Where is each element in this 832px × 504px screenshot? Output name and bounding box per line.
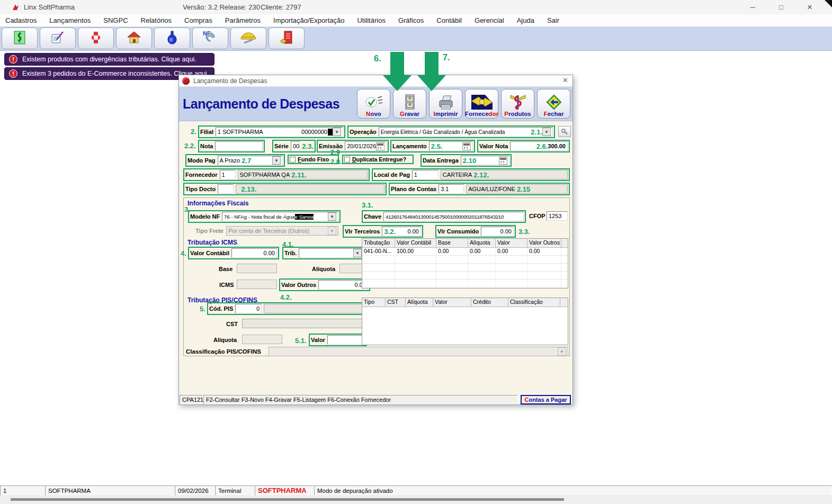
vlr-terceiros-field-group: Vlr Terceiros 3.2. 0.00 [343, 225, 423, 238]
phone-book-icon [279, 30, 294, 47]
valor-outros-input[interactable]: 0.00 [318, 280, 368, 290]
maximize-button[interactable]: □ [769, 0, 793, 14]
emissao-input[interactable]: 20/01/2026 [345, 141, 387, 151]
icms-table[interactable]: Tributação Valor Contábil Base Alíquota … [362, 238, 568, 289]
local-pag-code-input[interactable]: 1 [412, 170, 439, 179]
annotation-2-13: 2.13. [241, 185, 256, 193]
menu-gerencial[interactable]: Gerencial [475, 16, 504, 24]
contas-a-pagar-button[interactable]: Contas a Pagar [521, 395, 571, 404]
annotation-2-15: 2.15 [517, 185, 530, 193]
serie-input[interactable]: 001 [291, 141, 300, 151]
menu-cadastros[interactable]: Cadastros [5, 16, 37, 24]
menu-ajuda[interactable]: Ajuda [517, 16, 534, 24]
alert-tax-divergence[interactable]: ! Existem produtos com divergências trib… [4, 53, 214, 66]
menu-sair[interactable]: Sair [547, 16, 559, 24]
calendar-icon[interactable] [499, 157, 507, 165]
toolbar-pharmacy-button[interactable] [78, 28, 114, 49]
checkbox-icon[interactable] [344, 157, 350, 163]
toolbar-nfe-button[interactable]: NF [192, 28, 228, 49]
plano-contas-code-input[interactable]: 3.1 [439, 184, 464, 194]
valor-contabil-input[interactable]: 0.00 [231, 248, 277, 258]
menu-contabil[interactable]: Contábil [436, 16, 462, 24]
checkbox-icon[interactable] [290, 157, 296, 163]
chave-input[interactable]: 4126017648401300014575001000000201187654… [383, 212, 524, 221]
menu-compras[interactable]: Compras [184, 16, 212, 24]
vlr-consumido-label: Vlr Consumido [437, 228, 479, 235]
fornecedor-code-input[interactable]: 1 [220, 170, 236, 179]
icms-empty-row [362, 280, 568, 287]
fornecedor-code: 1 [222, 172, 225, 178]
menu-sngpc[interactable]: SNGPC [103, 16, 128, 24]
cod-pis-value: 0 [256, 305, 260, 312]
chevron-down-icon[interactable]: ▼ [353, 249, 362, 257]
menu-relatorios[interactable]: Relatórios [141, 16, 172, 24]
tutorial-arrow-7-icon [417, 52, 446, 91]
alert-icon: ! [9, 55, 17, 64]
nota-label: Nota [200, 143, 213, 149]
vlr-terceiros-label: Vlr Terceiros [345, 228, 380, 235]
dialog-header: Lançamento de Despesas Novo Gravar Impri… [179, 87, 572, 121]
chevron-down-icon[interactable]: ▼ [328, 212, 336, 221]
tipo-docto-code-input[interactable] [218, 184, 234, 194]
dialog-close-icon[interactable]: ✕ [562, 76, 568, 84]
window-titlebar: Linx SoftPharma Versão: 3.2 Release: 230… [0, 0, 832, 14]
toolbar-tools-button[interactable] [230, 28, 266, 49]
status-seg-debug: Modo de depuração ativado [314, 485, 832, 496]
menu-utilitarios[interactable]: Utilitários [357, 16, 385, 24]
dialog-button-bar: Novo Gravar Imprimir Fornecedor [357, 89, 570, 119]
valor-contabil-field-group: Valor Contábil 0.00 [188, 247, 279, 259]
imprimir-button[interactable]: Imprimir [429, 89, 462, 119]
screen-code: CPA121 [182, 397, 203, 403]
annotation-2-11: 2.11. [291, 171, 306, 179]
data-entrega-label: Data Entrega [423, 157, 459, 164]
order-pen-icon [50, 30, 65, 47]
chevron-down-icon[interactable]: ▼ [272, 156, 281, 165]
cod-pis-input[interactable]: 0 [235, 304, 262, 313]
text-caret [328, 129, 333, 136]
toolbar-contacts-button[interactable] [269, 28, 305, 49]
chevron-down-icon[interactable]: ▼ [333, 128, 341, 136]
base-input [237, 264, 277, 273]
valor-contabil-value: 0.00 [264, 250, 275, 256]
vlr-consumido-input[interactable]: 0.00 [481, 227, 514, 236]
toolbar-orders-button[interactable] [40, 28, 76, 49]
fornecedor-button[interactable]: Fornecedor [465, 89, 498, 119]
menu-lancamentos[interactable]: Lançamentos [49, 16, 91, 24]
minimize-button[interactable]: ─ [740, 0, 765, 14]
data-entrega-input[interactable]: 2.10 [461, 156, 509, 165]
toolbar-lab-button[interactable] [154, 28, 190, 49]
novo-button[interactable]: Novo [357, 89, 390, 119]
close-button[interactable]: ✕ [798, 0, 822, 14]
duplicata-checkbox-group[interactable]: Duplicata Entregue? [342, 155, 414, 164]
handshake-icon [471, 93, 493, 111]
menu-parametros[interactable]: Parâmetros [225, 16, 261, 24]
toolbar-sales-button[interactable] [2, 28, 38, 49]
modelo-nf-select[interactable]: 76 - NFAg - Nota fiscal de Água e Sanea … [222, 212, 338, 221]
pis-table[interactable]: Tipo CST Alíquota Valor Crédito Classifi… [362, 298, 568, 345]
operacao-select[interactable]: Energia Elétrica / Gás Canalizado / Água… [379, 127, 553, 137]
produtos-button[interactable]: Produtos [501, 89, 534, 119]
icms-label: ICMS [219, 282, 234, 288]
keys-button[interactable] [558, 126, 571, 137]
menu-graficos[interactable]: Gráficos [398, 16, 424, 24]
toolbar-home-button[interactable] [116, 28, 152, 49]
fechar-button[interactable]: Fechar [537, 89, 570, 119]
cfop-input[interactable]: 1253 [547, 211, 568, 221]
chevron-down-icon[interactable]: ▼ [542, 128, 551, 136]
nota-input[interactable] [215, 141, 263, 151]
icms-table-row[interactable]: 041-00-N... 100.00 0.00 0.00 0.00 0.00 [362, 248, 568, 256]
column-header: Valor [496, 239, 527, 247]
modelo-nf-selected-text: e Sanea [295, 214, 314, 220]
pis-valor-input[interactable] [327, 335, 365, 345]
calendar-icon[interactable] [376, 142, 384, 150]
filial-select[interactable]: 1 SOFTPHARMA 00000000 ▼ [216, 127, 343, 137]
vlr-terceiros-input[interactable]: 3.2. 0.00 [382, 227, 421, 236]
dialog-titlebar[interactable]: Lançamento de Despesas ✕ [179, 75, 572, 87]
gravar-button[interactable]: Gravar [393, 89, 426, 119]
menu-importacao[interactable]: Importação/Exportação [273, 16, 344, 24]
valor-nota-input[interactable]: 2.6. 300.00 [510, 141, 568, 151]
calendar-icon[interactable] [462, 142, 471, 150]
lancamento-input[interactable]: 2.5. [429, 141, 473, 151]
trib-select[interactable]: ▼ [299, 248, 364, 258]
modo-pag-select[interactable]: A Prazo 2.7 ▼ [218, 156, 283, 165]
